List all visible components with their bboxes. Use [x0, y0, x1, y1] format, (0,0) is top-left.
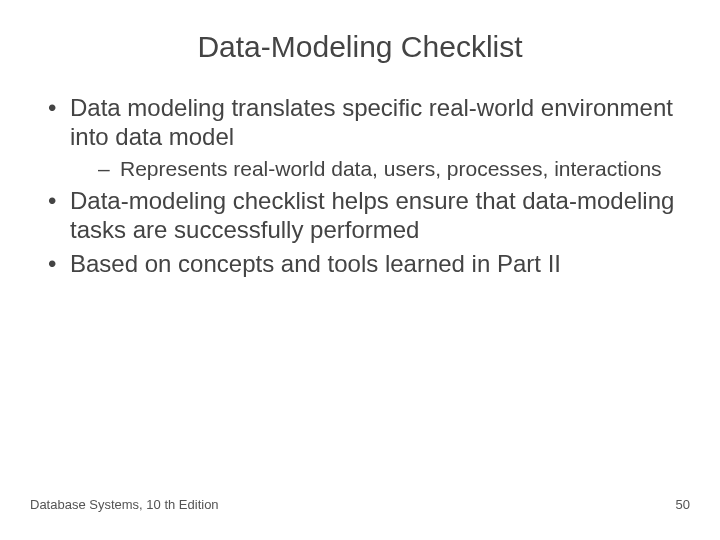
- sub-list: Represents real-world data, users, proce…: [70, 156, 690, 181]
- slide-title: Data-Modeling Checklist: [0, 0, 720, 64]
- bullet-text: Data modeling translates specific real-w…: [70, 94, 673, 150]
- bullet-list: Data modeling translates specific real-w…: [30, 94, 690, 279]
- bullet-text: Data-modeling checklist helps ensure tha…: [70, 187, 674, 243]
- slide: Data-Modeling Checklist Data modeling tr…: [0, 0, 720, 540]
- list-item: Data-modeling checklist helps ensure tha…: [48, 187, 690, 245]
- page-number: 50: [676, 497, 690, 512]
- bullet-text: Represents real-world data, users, proce…: [120, 157, 662, 180]
- list-item: Data modeling translates specific real-w…: [48, 94, 690, 181]
- list-item: Based on concepts and tools learned in P…: [48, 250, 690, 279]
- slide-body: Data modeling translates specific real-w…: [0, 64, 720, 279]
- bullet-text: Based on concepts and tools learned in P…: [70, 250, 561, 277]
- footer-source: Database Systems, 10 th Edition: [30, 497, 219, 512]
- list-item: Represents real-world data, users, proce…: [98, 156, 690, 181]
